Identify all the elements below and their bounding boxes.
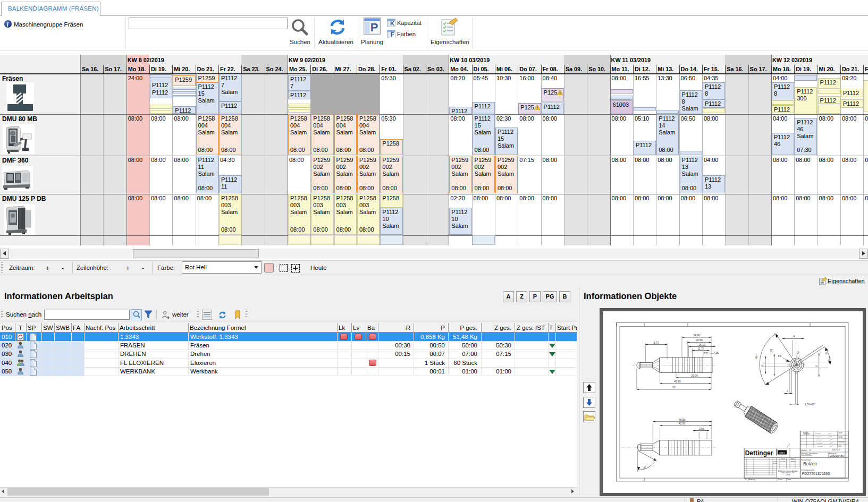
svg-text:48,50: 48,50 — [679, 418, 686, 421]
svg-text:3: 3 — [761, 365, 764, 367]
svg-text:Name: Name — [787, 479, 791, 481]
svg-text:1,50x45°: 1,50x45° — [805, 403, 815, 406]
svg-text:11,70: 11,70 — [697, 347, 704, 350]
svg-text:60°: 60° — [643, 465, 647, 470]
svg-text:F: F — [391, 31, 394, 38]
svg-text:8,5: 8,5 — [778, 355, 782, 358]
svg-text:24,90: 24,90 — [693, 334, 700, 337]
svg-text:18.1.103: 18.1.103 — [780, 461, 786, 462]
svg-text:4: 4 — [794, 335, 795, 338]
svg-text:ArtG.: ArtG. — [839, 445, 842, 447]
svg-text:Datum: Datum — [778, 479, 782, 481]
svg-text:Toleranzen: Toleranzen — [803, 433, 810, 435]
svg-text:1,82: 1,82 — [770, 348, 773, 353]
svg-text:Änderung: Änderung — [749, 479, 755, 481]
svg-text:K: K — [390, 20, 394, 27]
svg-text:20030480: 20030480 — [830, 454, 845, 457]
svg-text:FG27701326393: FG27701326393 — [802, 472, 830, 475]
svg-text:42,80: 42,80 — [679, 422, 686, 425]
svg-text:Zeichnungsnummer: Zeichnungsnummer — [802, 469, 815, 471]
svg-text:mittel: mittel — [786, 474, 790, 476]
svg-text:Bolzen: Bolzen — [803, 461, 817, 466]
svg-text:29,30: 29,30 — [691, 374, 698, 377]
svg-text:16,10: 16,10 — [698, 343, 705, 346]
svg-text:32,1°: 32,1° — [828, 356, 832, 362]
svg-text:Zu.: Zu. — [745, 479, 747, 481]
svg-text:Name: Name — [791, 458, 795, 460]
svg-text:8,9: 8,9 — [796, 351, 800, 355]
svg-text:62: 62 — [672, 386, 676, 389]
svg-text:DMG: DMG — [779, 452, 785, 454]
svg-text:13: 13 — [809, 449, 811, 452]
svg-text:Reihe DIN 28/5x: Reihe DIN 28/5x — [802, 454, 812, 456]
svg-text:erstellt: erstellt — [773, 461, 777, 462]
svg-text:Datum: Datum — [781, 458, 785, 460]
svg-text:Weidgott: Weidgott — [790, 461, 796, 462]
svg-text:42,80: 42,80 — [674, 380, 681, 383]
svg-text:Teil-Nr: Teil-Nr — [839, 436, 843, 438]
svg-text:Dettinger: Dettinger — [745, 449, 773, 457]
svg-text:2,50: 2,50 — [699, 427, 704, 430]
svg-text:1: 1 — [787, 389, 788, 393]
svg-text:Sol.Nr.: Sol.Nr. — [839, 432, 843, 434]
svg-text:Werkstoff: Werkstoff — [839, 441, 845, 443]
svg-text:P: P — [370, 21, 378, 34]
svg-text:Geprüft: Geprüft — [773, 463, 777, 464]
svg-text:90°: 90° — [754, 354, 759, 359]
svg-text:20,50: 20,50 — [696, 338, 703, 342]
svg-text:6: 6 — [815, 365, 818, 367]
svg-text:5,70: 5,70 — [654, 341, 659, 344]
svg-text:Blatt 1 zu 1: Blatt 1 zu 1 — [832, 449, 840, 451]
svg-text:Ausführ.: Ausführ. — [802, 449, 807, 452]
